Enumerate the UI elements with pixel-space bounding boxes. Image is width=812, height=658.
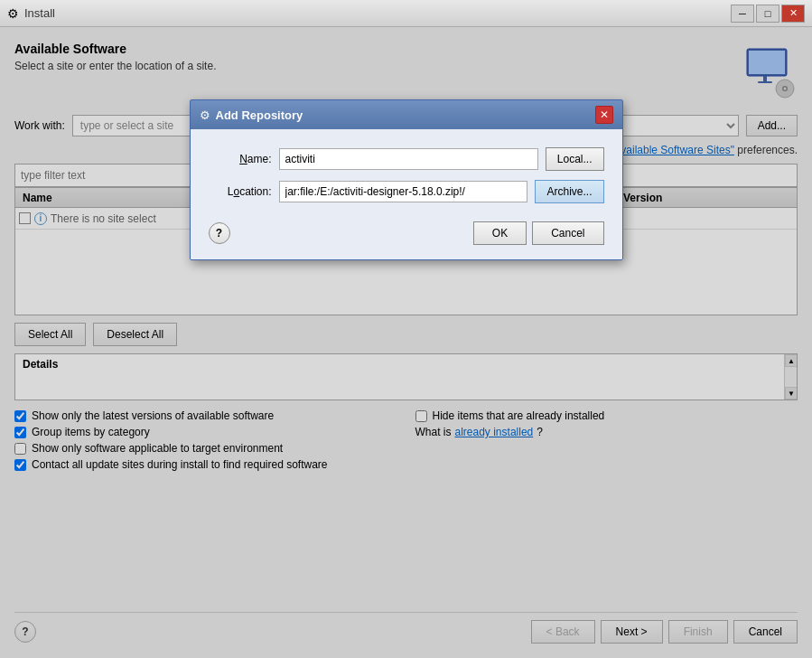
dialog-title-text: Add Repository	[216, 108, 303, 122]
dialog-ok-button[interactable]: OK	[473, 221, 527, 245]
dialog-local-button[interactable]: Local...	[546, 147, 604, 171]
dialog-body: Name: Local... Location: Archive... ? OK…	[191, 129, 622, 259]
dialog-action-buttons: OK Cancel	[473, 221, 604, 245]
dialog-close-button[interactable]: ✕	[595, 106, 613, 124]
maximize-button[interactable]: □	[756, 5, 779, 23]
add-repository-dialog: ⚙ Add Repository ✕ Name: Local... Locati…	[190, 99, 623, 260]
dialog-title-left: ⚙ Add Repository	[200, 108, 303, 122]
dialog-title-bar: ⚙ Add Repository ✕	[191, 100, 622, 129]
window-title: Install	[24, 6, 55, 20]
dialog-footer: ? OK Cancel	[209, 212, 604, 245]
dialog-archive-button[interactable]: Archive...	[535, 180, 603, 203]
app-icon: ⚙	[7, 6, 19, 21]
dialog-help-button[interactable]: ?	[209, 222, 230, 244]
dialog-name-input[interactable]	[279, 148, 538, 170]
title-bar: ⚙ Install ─ □ ✕	[0, 0, 812, 27]
dialog-title-icon: ⚙	[200, 108, 210, 122]
dialog-location-label: Location:	[209, 185, 272, 198]
dialog-cancel-button[interactable]: Cancel	[532, 221, 603, 245]
window-controls: ─ □ ✕	[731, 5, 805, 23]
dialog-location-input[interactable]	[279, 181, 528, 202]
close-button[interactable]: ✕	[781, 5, 805, 23]
minimize-button[interactable]: ─	[731, 5, 754, 23]
dialog-location-row: Location: Archive...	[209, 180, 604, 203]
dialog-overlay: ⚙ Add Repository ✕ Name: Local... Locati…	[0, 27, 812, 658]
dialog-name-label: Name:	[209, 153, 272, 165]
dialog-name-row: Name: Local...	[209, 147, 604, 171]
